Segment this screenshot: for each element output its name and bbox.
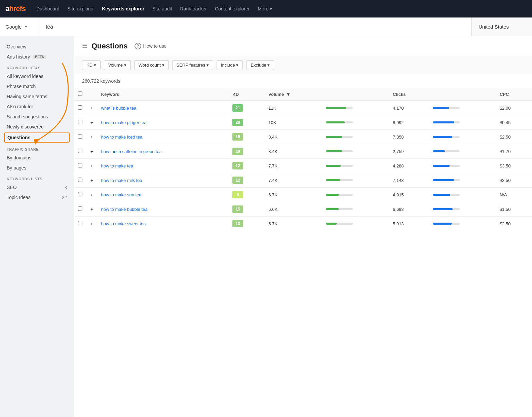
sidebar-ads-history[interactable]: Ads history BETA <box>0 52 74 62</box>
kd-badge: 28 <box>232 119 243 126</box>
row-checkbox[interactable] <box>78 134 82 139</box>
filter-volume[interactable]: Volume ▾ <box>104 60 131 70</box>
nav-dashboard[interactable]: Dashboard <box>36 6 60 11</box>
sidebar-newly-discovered[interactable]: Newly discovered <box>0 122 74 132</box>
row-volume: 11K <box>264 101 322 115</box>
keyword-link[interactable]: how to make tea <box>101 163 133 168</box>
row-checkbox[interactable] <box>78 120 82 124</box>
main-content: ☰ Questions ? How to use KD ▾ Volume ▾ W… <box>74 36 532 417</box>
engine-selector[interactable]: Google ▼ <box>0 17 40 36</box>
sidebar-phrase-match[interactable]: Phrase match <box>0 81 74 91</box>
table-row: + how to make ginger tea 28 10K 8,992 $0… <box>74 115 532 130</box>
nav-site-explorer[interactable]: Site explorer <box>68 6 94 11</box>
select-all-checkbox[interactable] <box>78 91 82 96</box>
keyword-link[interactable]: how much caffeine in green tea <box>101 149 162 154</box>
nav-content-explorer[interactable]: Content explorer <box>215 6 250 11</box>
table-row: + how much caffeine in green tea 19 8.4K… <box>74 144 532 159</box>
keyword-link[interactable]: what is bubble tea <box>101 106 137 111</box>
row-add-btn[interactable]: + <box>86 101 97 115</box>
brand-logo[interactable]: ahrefs <box>5 4 26 13</box>
keyword-link[interactable]: how to make sweet tea <box>101 221 146 226</box>
hamburger-icon[interactable]: ☰ <box>82 42 87 50</box>
kd-badge: 15 <box>232 205 243 213</box>
traffic-share-section-title: TRAFFIC SHARE <box>0 143 74 153</box>
nav-more[interactable]: More ▾ <box>258 6 272 11</box>
row-checkbox[interactable] <box>78 221 82 225</box>
col-volume[interactable]: Volume ▼ <box>264 88 322 101</box>
row-kd: 15 <box>228 130 264 144</box>
nav-keywords-explorer[interactable]: Keywords explorer <box>102 6 144 11</box>
sidebar-having-same-terms[interactable]: Having same terms <box>0 91 74 102</box>
keyword-link[interactable]: how to make ginger tea <box>101 120 147 125</box>
row-checkbox[interactable] <box>78 149 82 153</box>
page-title: Questions <box>91 42 128 50</box>
sidebar-by-pages[interactable]: By pages <box>0 163 74 173</box>
how-to-use-label: How to use <box>143 43 167 49</box>
col-cpc: CPC <box>496 88 532 101</box>
country-selector[interactable]: United States <box>471 17 532 36</box>
row-clicks: 4,288 <box>389 159 429 173</box>
row-volume-bar <box>322 217 389 231</box>
row-checkbox-cell <box>74 159 86 173</box>
keywords-lists-section-title: KEYWORDS LISTS <box>0 173 74 182</box>
sidebar-overview[interactable]: Overview <box>0 42 74 52</box>
row-add-btn[interactable]: + <box>86 159 97 173</box>
row-checkbox[interactable] <box>78 105 82 110</box>
keyword-link[interactable]: how to make bubble tea <box>101 207 148 212</box>
filter-include[interactable]: Include ▾ <box>217 60 243 70</box>
row-checkbox-cell <box>74 130 86 144</box>
filters-bar: KD ▾ Volume ▾ Word count ▾ SERP features… <box>74 56 532 74</box>
filter-serp-features[interactable]: SERP features ▾ <box>172 60 213 70</box>
sidebar-by-domains[interactable]: By domains <box>0 153 74 163</box>
row-cpc: $1.70 <box>496 144 532 159</box>
row-add-btn[interactable]: + <box>86 130 97 144</box>
table-row: + what is bubble tea 21 11K 4,170 $2.00 <box>74 101 532 115</box>
row-add-btn[interactable]: + <box>86 173 97 188</box>
sidebar-all-keyword-ideas[interactable]: All keyword ideas <box>0 71 74 81</box>
search-input[interactable] <box>40 17 471 36</box>
row-cpc: $2.50 <box>496 130 532 144</box>
row-keyword: how to make sweet tea <box>97 217 229 231</box>
row-volume: 6.7K <box>264 188 322 202</box>
how-to-use-link[interactable]: ? How to use <box>135 43 167 49</box>
row-add-btn[interactable]: + <box>86 217 97 231</box>
col-add <box>86 88 97 101</box>
sidebar-questions[interactable]: Questions <box>4 132 70 143</box>
row-clicks-bar <box>429 159 496 173</box>
sidebar-also-rank-for[interactable]: Also rank for <box>0 102 74 112</box>
filter-exclude[interactable]: Exclude ▾ <box>246 60 274 70</box>
row-checkbox[interactable] <box>78 178 82 182</box>
sidebar-seo-list[interactable]: SEO 8 <box>0 182 74 192</box>
kd-badge: 5 <box>232 191 243 198</box>
row-volume-bar <box>322 159 389 173</box>
keyword-ideas-section-title: KEYWORD IDEAS <box>0 62 74 71</box>
col-clicks: Clicks <box>389 88 429 101</box>
row-add-btn[interactable]: + <box>86 188 97 202</box>
filter-kd[interactable]: KD ▾ <box>82 60 101 70</box>
nav-site-audit[interactable]: Site audit <box>152 6 172 11</box>
row-checkbox[interactable] <box>78 206 82 211</box>
nav-rank-tracker[interactable]: Rank tracker <box>180 6 207 11</box>
filter-word-count[interactable]: Word count ▾ <box>134 60 169 70</box>
col-clicks-bar <box>429 88 496 101</box>
kd-badge: 21 <box>232 104 243 112</box>
row-keyword: how to make milk tea <box>97 173 229 188</box>
sidebar-topic-ideas-list[interactable]: Topic Ideas 82 <box>0 192 74 202</box>
keyword-link[interactable]: how to make iced tea <box>101 135 143 140</box>
row-checkbox[interactable] <box>78 192 82 196</box>
keyword-link[interactable]: how to make milk tea <box>101 178 142 183</box>
keyword-link[interactable]: how to make sun tea <box>101 192 142 197</box>
row-add-btn[interactable]: + <box>86 202 97 217</box>
row-kd: 21 <box>228 101 264 115</box>
country-label: United States <box>479 24 509 30</box>
row-volume-bar <box>322 173 389 188</box>
sidebar-search-suggestions[interactable]: Search suggestions <box>0 112 74 122</box>
row-checkbox-cell <box>74 173 86 188</box>
row-kd: 28 <box>228 115 264 130</box>
row-add-btn[interactable]: + <box>86 115 97 130</box>
sidebar-seo-count: 8 <box>65 185 67 190</box>
row-volume-bar <box>322 130 389 144</box>
row-add-btn[interactable]: + <box>86 144 97 159</box>
row-checkbox[interactable] <box>78 163 82 167</box>
keywords-count: 260,722 keywords <box>74 74 532 88</box>
